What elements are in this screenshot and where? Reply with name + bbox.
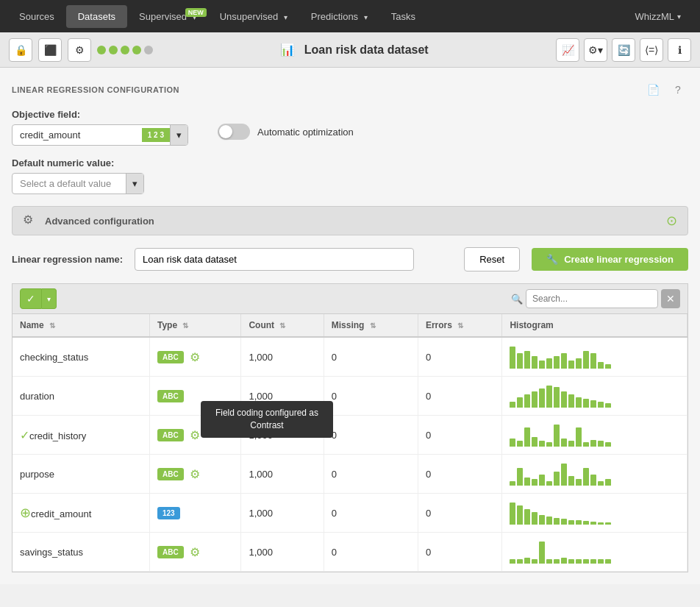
objective-row: Objective field: credit_amount 1 2 3 ▾ A…	[12, 109, 688, 146]
nav-supervised[interactable]: Supervised NEW ▾	[127, 5, 208, 28]
collapse-icon[interactable]: ⊙	[666, 213, 677, 229]
histogram-bar	[546, 442, 552, 447]
cell-errors: 0	[418, 494, 501, 533]
search-input[interactable]	[526, 289, 658, 308]
cell-histogram	[502, 455, 688, 494]
histogram-chart	[510, 345, 679, 369]
config-icon[interactable]: ⚙	[68, 38, 91, 62]
table-header: Name ⇅ Type ⇅ Count ⇅ Missing	[12, 314, 688, 337]
errors-sort-icon[interactable]: ⇅	[457, 322, 463, 330]
advanced-config-panel[interactable]: ⚙ Advanced configuration ⊙	[12, 206, 688, 235]
check-all-button[interactable]: ✓	[20, 288, 42, 309]
help-icon[interactable]: ?	[668, 79, 688, 100]
col-missing: Missing ⇅	[324, 314, 418, 337]
histogram-bar	[568, 476, 574, 486]
type-sort-icon[interactable]: ⇅	[182, 322, 188, 330]
top-nav: Sources Datasets Supervised NEW ▾ Unsupe…	[0, 0, 700, 32]
missing-sort-icon[interactable]: ⇅	[370, 322, 376, 330]
gear-icon[interactable]: ⚙	[190, 545, 200, 559]
histogram-bar	[539, 361, 545, 369]
objective-selector[interactable]: credit_amount 1 2 3 ▾	[12, 124, 188, 146]
nav-unsupervised[interactable]: Unsupervised ▾	[208, 5, 299, 28]
predictions-chevron: ▾	[364, 13, 368, 21]
field-coding-tooltip: Field coding configured as Contrast	[201, 401, 333, 438]
type-badge: ABC	[157, 429, 184, 441]
default-numeric-arrow[interactable]: ▾	[126, 174, 143, 194]
histogram-bar	[590, 440, 596, 447]
histogram-bar	[605, 403, 611, 408]
toggle-knob	[219, 125, 232, 138]
count-sort-icon[interactable]: ⇅	[279, 322, 285, 330]
nav-user[interactable]: WhizzML ▾	[624, 5, 693, 28]
stats-icon[interactable]: 📈	[556, 38, 579, 62]
gear-icon[interactable]: ⚙	[190, 467, 200, 481]
auto-opt-label: Automatic optimization	[257, 127, 354, 138]
gear-settings-icon[interactable]: ⚙▾	[584, 38, 607, 62]
reset-button[interactable]: Reset	[464, 247, 520, 271]
histogram-bar	[517, 397, 523, 408]
advanced-gear-icon: ⚙	[23, 213, 39, 229]
auto-opt-toggle[interactable]	[218, 124, 250, 140]
chart-icon: 📊	[280, 43, 295, 56]
pdf-icon[interactable]: 📄	[643, 79, 663, 100]
objective-arrow[interactable]: ▾	[170, 125, 188, 145]
dot-1	[97, 46, 106, 54]
check-dropdown-button[interactable]: ▾	[42, 288, 57, 309]
table-row: durationABC1,00000	[12, 377, 688, 416]
nav-sources[interactable]: Sources	[7, 5, 66, 28]
histogram-bar	[568, 394, 574, 408]
histogram-bar	[554, 387, 560, 408]
cell-count: 1,000	[241, 533, 324, 572]
gear-icon[interactable]: ⚙	[190, 428, 200, 442]
dot-3	[121, 46, 129, 54]
table-toolbar: ✓ ▾ 🔍 ✕	[12, 284, 688, 314]
gear-icon[interactable]: ⚙	[190, 350, 200, 364]
main-content: LINEAR REGRESSION CONFIGURATION 📄 ? Obje…	[0, 68, 700, 584]
col-histogram: Histogram	[502, 314, 688, 337]
histogram-bar	[524, 478, 530, 486]
col-type: Type ⇅	[150, 314, 241, 337]
histogram-bar	[546, 386, 552, 408]
objective-type-badge: 1 2 3	[142, 128, 170, 142]
histogram-bar	[583, 351, 589, 369]
name-sort-icon[interactable]: ⇅	[49, 322, 55, 330]
refresh-icon[interactable]: 🔄	[612, 38, 635, 62]
histogram-bar	[568, 441, 574, 447]
histogram-bar	[590, 353, 596, 369]
cell-name: purpose	[12, 455, 150, 494]
cell-errors: 0	[418, 416, 501, 455]
histogram-bar	[598, 522, 604, 525]
histogram-bar	[576, 397, 582, 408]
workflow-icon[interactable]: ⬛	[38, 38, 62, 62]
histogram-bar	[590, 400, 596, 408]
nav-tasks[interactable]: Tasks	[379, 5, 427, 28]
cell-count: 1,000	[241, 337, 324, 377]
col-name: Name ⇅	[12, 314, 150, 337]
default-numeric-select[interactable]: Select a default value ▾	[12, 173, 144, 194]
info-icon[interactable]: ℹ	[668, 38, 691, 62]
nav-datasets[interactable]: Datasets	[66, 5, 127, 28]
histogram-bar	[561, 519, 567, 525]
default-numeric-label: Default numeric value:	[12, 157, 688, 168]
field-name: savings_status	[20, 547, 83, 558]
cell-name: savings_status	[12, 533, 150, 572]
create-regression-button[interactable]: 🔧 Create linear regression	[532, 248, 688, 271]
histogram-bar	[598, 481, 604, 486]
name-input[interactable]	[135, 248, 414, 271]
config-header-icons: 📄 ?	[643, 79, 688, 100]
histogram-bar	[546, 481, 552, 486]
cell-missing: 0	[324, 533, 418, 572]
histogram-bar	[576, 479, 582, 486]
histogram-bar	[605, 364, 611, 369]
formula-icon[interactable]: ⟨=⟩	[640, 38, 663, 62]
histogram-bar	[510, 439, 515, 447]
cell-name: duration	[12, 377, 150, 416]
table-search: 🔍 ✕	[511, 289, 680, 308]
nav-predictions[interactable]: Predictions ▾	[299, 5, 379, 28]
lock-icon[interactable]: 🔒	[9, 38, 32, 62]
cell-type: ABC⚙	[150, 455, 241, 494]
advanced-config-label: Advanced configuration	[45, 216, 154, 227]
table-row: ⊕credit_amount1231,00000	[12, 494, 688, 533]
clear-search-button[interactable]: ✕	[661, 289, 680, 308]
histogram-bar	[598, 402, 604, 408]
